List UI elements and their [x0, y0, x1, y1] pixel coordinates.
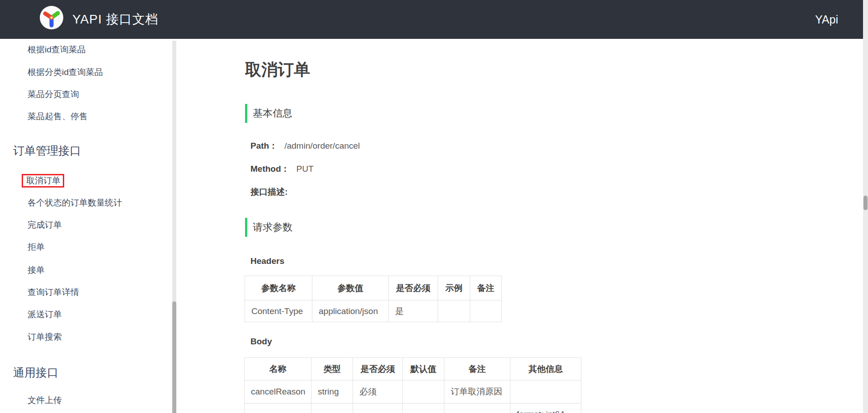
column-header: 其他信息 [510, 358, 581, 380]
sidebar-item-dish-on-off-sale[interactable]: 菜品起售、停售 [28, 111, 88, 122]
cell-required: 必须 [353, 380, 403, 404]
sidebar-item-file-upload[interactable]: 文件上传 [28, 395, 62, 406]
cell-default [403, 404, 444, 413]
sidebar-item-dish-page-query[interactable]: 菜品分页查询 [28, 89, 79, 100]
sidebar-section-order-management[interactable]: 订单管理接口 [13, 143, 81, 158]
cell-example [438, 300, 470, 322]
column-header: 参数名称 [245, 276, 312, 300]
cell-other-info [510, 380, 581, 404]
body-table-label: Body [250, 336, 272, 347]
column-header: 备注 [444, 358, 510, 380]
cell-param-name: Content-Type [245, 300, 312, 322]
description-label: 接口描述: [250, 187, 288, 197]
method-label: Method： [250, 164, 290, 174]
sidebar-item-order-search[interactable]: 订单搜索 [28, 332, 62, 343]
column-header: 类型 [311, 358, 353, 380]
column-header: 是否必须 [353, 358, 403, 380]
sidebar-active-highlight: 取消订单 [22, 174, 64, 188]
cell-remark [444, 404, 510, 413]
page-title: 取消订单 [245, 60, 310, 80]
sidebar-section-common-api[interactable]: 通用接口 [13, 365, 58, 380]
cell-name: cancelReason [245, 380, 311, 404]
cell-default [403, 380, 444, 404]
sidebar-item-query-dish-by-category[interactable]: 根据分类id查询菜品 [28, 67, 103, 78]
section-accent-bar [245, 218, 247, 237]
cell-type: string [311, 380, 353, 404]
path-value: /admin/order/cancel [284, 141, 360, 150]
section-request-params-title: 请求参数 [253, 221, 292, 234]
headers-table-label: Headers [250, 256, 284, 267]
sidebar-item-reject-order[interactable]: 拒单 [28, 242, 45, 253]
column-header: 示例 [438, 276, 470, 300]
method-line: Method：PUT [250, 164, 314, 174]
cell-remark [470, 300, 502, 322]
cell-other-info: format: int64 [510, 404, 581, 413]
app-title: YAPI 接口文档 [72, 0, 159, 39]
cell-required: 是 [389, 300, 438, 322]
method-value: PUT [297, 164, 314, 174]
column-header: 默认值 [403, 358, 444, 380]
yapi-logo-glyph [40, 6, 63, 29]
column-header: 名称 [245, 358, 311, 380]
sidebar-item-accept-order[interactable]: 接单 [28, 265, 45, 276]
cell-param-value: application/json [312, 300, 389, 322]
sidebar-item-query-dish-by-id[interactable]: 根据id查询菜品 [28, 44, 86, 55]
window-scrollbar-thumb[interactable] [863, 196, 868, 210]
column-header: 参数值 [312, 276, 389, 300]
cell-required [353, 404, 403, 413]
column-header: 是否必须 [389, 276, 438, 300]
path-label: Path： [250, 141, 278, 150]
sidebar-item-complete-order[interactable]: 完成订单 [28, 220, 62, 230]
section-basic-info-title: 基本信息 [253, 107, 292, 120]
cell-type [311, 404, 353, 413]
table-row-clipped: format: int64 [245, 404, 581, 413]
cell-remark: 订单取消原因 [444, 380, 510, 404]
column-header: 备注 [470, 276, 502, 300]
table-row: Content-Type application/json 是 [245, 300, 502, 322]
yapi-home-link[interactable]: YApi [815, 0, 838, 39]
top-navbar: YAPI 接口文档 YApi [0, 0, 868, 39]
yapi-logo-icon[interactable] [40, 6, 63, 29]
path-line: Path：/admin/order/cancel [250, 141, 360, 151]
sidebar-item-order-status-statistics[interactable]: 各个状态的订单数量统计 [28, 197, 122, 208]
sidebar-scrollbar-thumb[interactable] [172, 301, 176, 413]
cell-name [245, 404, 311, 413]
section-accent-bar [245, 104, 247, 123]
headers-table-header-row: 参数名称 参数值 是否必须 示例 备注 [245, 276, 502, 300]
sidebar-item-cancel-order[interactable]: 取消订单 [23, 175, 63, 186]
body-table-header-row: 名称 类型 是否必须 默认值 备注 其他信息 [245, 358, 581, 380]
table-row: cancelReason string 必须 订单取消原因 [245, 380, 581, 404]
sidebar-item-deliver-order[interactable]: 派送订单 [28, 309, 62, 320]
headers-table: 参数名称 参数值 是否必须 示例 备注 Content-Type applica… [245, 276, 502, 322]
yapi-doc-page: YAPI 接口文档 YApi 根据id查询菜品 根据分类id查询菜品 菜品分页查… [0, 0, 868, 413]
body-table: 名称 类型 是否必须 默认值 备注 其他信息 cancelReason stri… [244, 357, 581, 413]
sidebar-item-order-detail[interactable]: 查询订单详情 [28, 287, 79, 298]
description-line: 接口描述: [250, 187, 288, 197]
